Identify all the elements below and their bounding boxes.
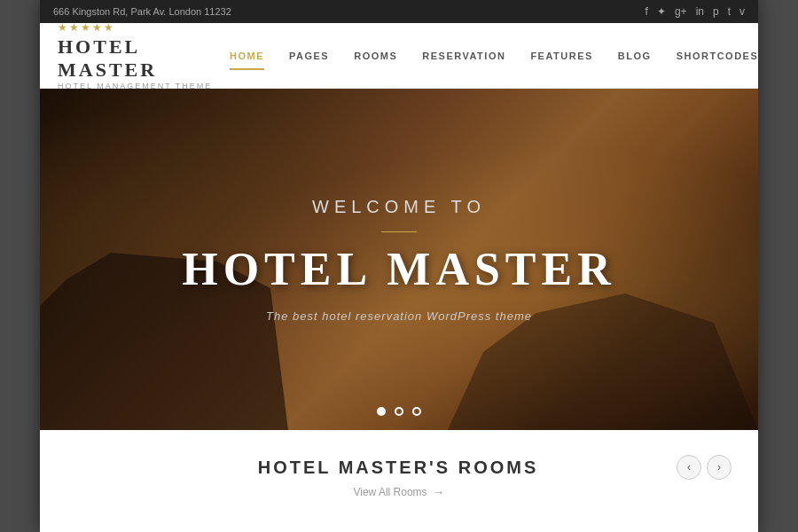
hero-subtitle: The best hotel reservation WordPress the… [266,309,532,323]
social-icons: f ✦ g+ in p t v [645,5,745,18]
page-wrapper: 666 Kingston Rd, Park Av. London 11232 f… [40,0,758,532]
nav-item-pages[interactable]: PAGES [277,43,341,68]
rooms-section: HOTEL MASTER'S ROOMS ‹ › View All Rooms … [40,430,758,499]
nav-item-reservation[interactable]: RESERVATION [410,43,518,68]
hero-title: HOTEL MASTER [182,243,616,295]
main-nav: HOME PAGES ROOMS RESERVATION FEATURES BL… [217,42,758,70]
slider-dots [377,407,421,416]
slider-dot-2[interactable] [395,407,403,416]
address: 666 Kingston Rd, Park Av. London 11232 [53,6,231,17]
hero-welcome-text: WELCOME TO [312,197,486,217]
nav-item-blog[interactable]: BLOG [606,43,664,68]
header: ★★★★★ HOTEL MASTER HOTEL MANAGEMENT THEM… [40,23,758,89]
rooms-prev-button[interactable]: ‹ [677,455,701,480]
top-bar: 666 Kingston Rd, Park Av. London 11232 f… [40,0,758,23]
nav-item-home[interactable]: HOME [217,43,277,68]
linkedin-icon[interactable]: in [696,5,704,18]
rooms-header: HOTEL MASTER'S ROOMS ‹ › [66,455,732,480]
hero-content: WELCOME TO HOTEL MASTER The best hotel r… [40,89,758,430]
slider-dot-3[interactable] [412,407,421,416]
twitter-icon[interactable]: t [728,5,731,18]
rooms-nav: ‹ › [677,455,732,480]
pinterest-icon[interactable]: p [713,5,719,18]
slider-dot-1[interactable] [377,407,386,416]
logo-name: HOTEL MASTER [58,35,217,82]
rooms-next-button[interactable]: › [707,455,732,480]
hero-divider [381,231,417,232]
logo: ★★★★★ HOTEL MASTER HOTEL MANAGEMENT THEM… [58,21,217,90]
flickr-icon[interactable]: ✦ [657,5,666,18]
nav-item-features[interactable]: FEATURES [518,43,605,68]
view-all-rooms-link[interactable]: View All Rooms → [66,485,732,499]
nav-item-shortcodes[interactable]: SHORTCODES [664,43,758,68]
gplus-icon[interactable]: g+ [675,5,687,18]
nav-item-rooms[interactable]: ROOMS [341,43,410,68]
vimeo-icon[interactable]: v [739,5,745,18]
facebook-icon[interactable]: f [645,5,648,18]
view-all-label: View All Rooms [353,486,426,498]
rooms-title: HOTEL MASTER'S ROOMS [120,458,677,478]
logo-stars: ★★★★★ [58,21,217,34]
hero-slider: WELCOME TO HOTEL MASTER The best hotel r… [40,89,758,430]
view-all-arrow: → [433,485,445,499]
